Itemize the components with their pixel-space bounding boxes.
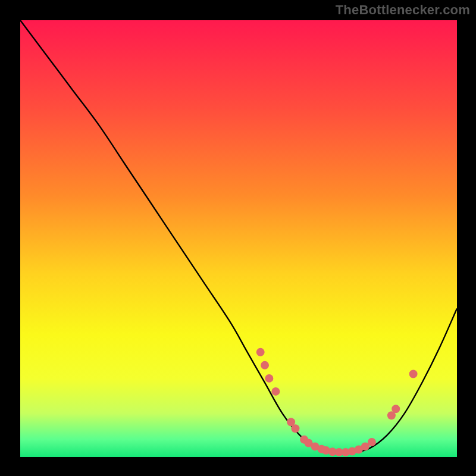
data-point [392, 405, 400, 413]
data-point [291, 424, 299, 433]
data-point [409, 370, 418, 378]
data-point [265, 374, 273, 383]
chart-stage: { "watermark": { "text": "TheBottlenecke… [0, 0, 476, 476]
data-point [368, 438, 376, 446]
data-point [271, 387, 280, 396]
watermark-text: TheBottlenecker.com [336, 2, 470, 18]
data-point [261, 361, 269, 369]
bottleneck-chart [0, 0, 476, 476]
data-point [256, 348, 265, 356]
plot-background [20, 20, 457, 457]
